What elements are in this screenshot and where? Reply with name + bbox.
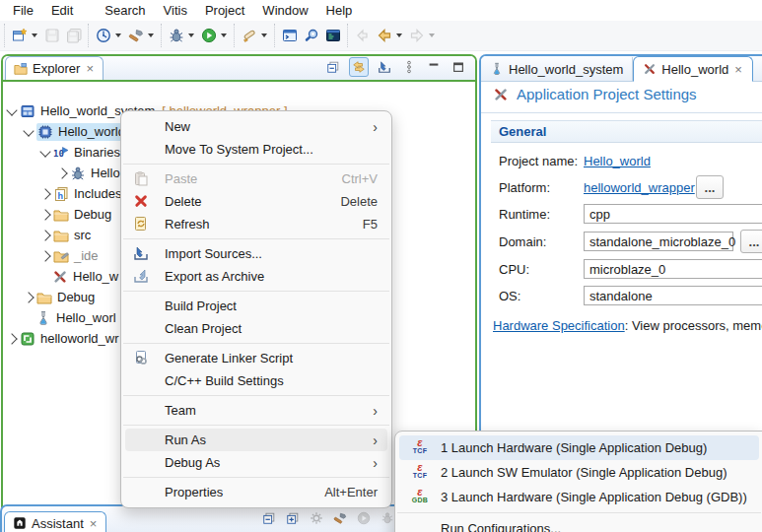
submenu-arrow-icon: ›	[373, 404, 378, 418]
menu-item-delete[interactable]: Delete Delete	[125, 190, 387, 213]
expander-icon[interactable]	[56, 167, 67, 178]
tree-item-elf[interactable]: Hello	[58, 164, 120, 182]
tab-hello-world-system[interactable]: Hello_world_system	[481, 57, 633, 81]
project-name-link[interactable]: Hello_world	[584, 154, 651, 168]
expander-icon[interactable]	[39, 209, 50, 220]
collapse-all-button[interactable]	[324, 58, 342, 76]
tree-item-debug-folder[interactable]: Debug	[41, 205, 111, 224]
platform-link[interactable]: helloworld_wrapper	[584, 180, 695, 195]
submenu-item-launch-sw-emulator[interactable]: εTCF 2 Launch SW Emulator (Single Applic…	[399, 460, 759, 485]
collapse-all-button[interactable]	[260, 509, 278, 527]
tree-item-debug-folder-2[interactable]: Debug	[25, 288, 95, 306]
dropdown-caret-icon[interactable]	[221, 33, 227, 37]
launch-target-button[interactable]	[93, 25, 113, 46]
ide-folder-icon	[53, 248, 69, 264]
maximize-button[interactable]	[450, 58, 467, 76]
profile-button[interactable]	[239, 25, 259, 46]
tab-hello-world[interactable]: Hello_world ×	[633, 56, 753, 82]
menu-item-properties[interactable]: Properties Alt+Enter	[125, 481, 387, 503]
tcf-launch-icon: εTCF	[408, 437, 432, 454]
menu-item-refresh[interactable]: Refresh F5	[125, 213, 387, 235]
console-button[interactable]	[322, 25, 343, 46]
expander-icon[interactable]	[39, 188, 50, 199]
dropdown-caret-icon[interactable]	[148, 33, 154, 37]
tree-item-binaries[interactable]: 10 Binaries	[41, 143, 120, 162]
dropdown-caret-icon[interactable]	[396, 33, 402, 37]
dropdown-caret-icon[interactable]	[261, 33, 267, 37]
build-button[interactable]	[331, 509, 349, 527]
vitis-ide-window: File Edit Search Vitis Project Window He…	[0, 0, 762, 532]
cpu-input[interactable]: microblaze_0	[584, 259, 762, 279]
folder-icon	[36, 290, 52, 305]
submenu-item-launch-hardware-gdb[interactable]: εGDB 3 Launch Hardware (Single Applicati…	[399, 485, 759, 509]
new-wizard-button[interactable]	[9, 25, 30, 46]
debug-button[interactable]	[166, 25, 186, 46]
menu-item-generate-linker-script[interactable]: Generate Linker Script	[125, 347, 387, 369]
tree-item-label: src	[74, 228, 91, 242]
minimize-button[interactable]	[425, 58, 443, 76]
domain-browse-button[interactable]: ...	[740, 230, 762, 253]
runtime-input[interactable]: cpp	[584, 204, 762, 224]
tab-label: Hello_world	[661, 62, 728, 77]
expander-icon[interactable]	[39, 146, 50, 157]
menu-item-run-as[interactable]: Run As ›	[125, 429, 387, 451]
submenu-item-launch-hardware[interactable]: εTCF 1 Launch Hardware (Single Applicati…	[399, 435, 759, 460]
expander-icon[interactable]	[6, 104, 17, 115]
menu-file[interactable]: File	[4, 1, 42, 20]
tab-label: Hello_world_system	[509, 62, 623, 77]
menu-item-team[interactable]: Team ›	[125, 399, 387, 422]
tree-item-project-settings[interactable]: Hello_w	[41, 267, 118, 286]
hardware-spec-link[interactable]: Hardware Specification	[493, 318, 625, 333]
close-icon[interactable]: ×	[733, 63, 743, 76]
os-input[interactable]: standalone	[584, 286, 762, 305]
tab-assistant[interactable]: Assistant ×	[4, 511, 106, 532]
launch-config-button[interactable]	[301, 25, 321, 46]
run-button[interactable]	[198, 25, 219, 46]
expander-icon[interactable]	[39, 230, 50, 240]
menu-separator	[123, 395, 389, 396]
expander-icon[interactable]	[23, 125, 34, 136]
menu-item-move-to-system-project[interactable]: Move To System Project...	[125, 138, 387, 161]
import-button[interactable]	[376, 58, 393, 76]
general-section-heading: General	[491, 120, 762, 143]
run-icon	[201, 28, 217, 43]
terminal-button[interactable]	[279, 25, 300, 46]
expander-icon[interactable]	[23, 292, 34, 302]
menu-edit[interactable]: Edit	[42, 1, 82, 20]
menu-item-export-archive[interactable]: Export as Archive	[125, 265, 387, 288]
link-with-editor-button[interactable]	[349, 57, 369, 77]
tree-item-platform[interactable]: helloworld_wr	[8, 329, 118, 348]
close-icon[interactable]: ×	[89, 517, 99, 530]
dropdown-caret-icon[interactable]	[115, 33, 121, 37]
platform-browse-button[interactable]: ...	[696, 175, 724, 199]
tree-item-ide-folder[interactable]: _ide	[41, 246, 99, 265]
expander-icon[interactable]	[6, 333, 17, 344]
tab-explorer[interactable]: Explorer ×	[5, 56, 104, 80]
submenu-item-run-configurations[interactable]: Run Configurations...	[399, 516, 759, 532]
menu-search[interactable]: Search	[96, 1, 154, 20]
assistant-icon	[13, 516, 27, 530]
expand-all-button[interactable]	[284, 509, 302, 527]
menu-help[interactable]: Help	[317, 1, 362, 20]
build-button[interactable]	[125, 25, 146, 46]
menu-item-debug-as[interactable]: Debug As ›	[125, 451, 387, 474]
tree-item-src-folder[interactable]: src	[41, 226, 91, 244]
menu-item-clean-project[interactable]: Clean Project	[125, 317, 387, 340]
menu-item-build-project[interactable]: Build Project	[125, 295, 387, 317]
menu-item-import-sources[interactable]: Import Sources...	[125, 242, 387, 265]
expander-icon[interactable]	[39, 250, 50, 261]
dropdown-caret-icon[interactable]	[32, 33, 37, 37]
menu-window[interactable]: Window	[253, 1, 316, 20]
menu-item-cpp-build-settings[interactable]: C/C++ Build Settings	[125, 369, 387, 392]
dropdown-caret-icon[interactable]	[188, 33, 194, 37]
domain-input[interactable]: standalone_microblaze_0	[584, 232, 733, 251]
launch-config-icon	[304, 28, 319, 43]
view-menu-button[interactable]	[400, 58, 418, 76]
menu-vitis[interactable]: Vitis	[155, 1, 196, 20]
tree-item-system-settings[interactable]: Hello_worl	[25, 308, 116, 327]
menu-item-new[interactable]: New ›	[125, 115, 387, 138]
menu-project[interactable]: Project	[196, 1, 253, 20]
close-icon[interactable]: ×	[85, 62, 95, 75]
back-nav-button[interactable]	[374, 25, 394, 46]
tree-item-includes[interactable]: h Includes	[41, 184, 121, 203]
